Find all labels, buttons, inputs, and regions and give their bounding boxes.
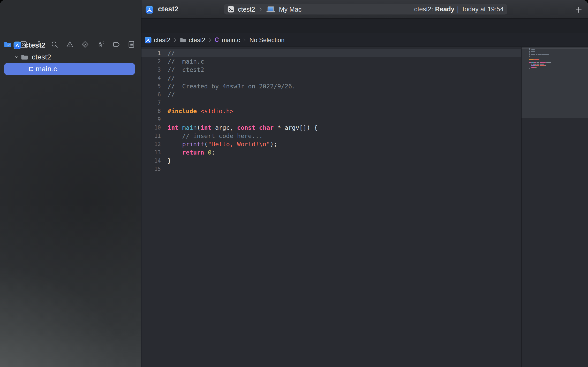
- minimap-line-mark: [529, 54, 530, 55]
- jump-bar[interactable]: ctest2ctest2Cmain.cNo Selection: [141, 33, 588, 47]
- code-line[interactable]: 3// ctest2: [141, 66, 521, 74]
- c-file-badge: C: [28, 65, 33, 73]
- line-number[interactable]: 14: [141, 157, 161, 165]
- minimap-line-mark: [529, 48, 530, 49]
- minimap-line-mark: [529, 56, 530, 57]
- code-line[interactable]: 12 printf("Hello, World!\n");: [141, 140, 521, 148]
- tree-item-label: main.c: [36, 65, 57, 73]
- line-number[interactable]: 7: [141, 99, 161, 107]
- breadcrumb-item[interactable]: Cmain.c: [215, 36, 240, 44]
- minimap-line-mark: [529, 68, 530, 69]
- breadcrumb-chevron-icon: [208, 37, 212, 43]
- code-line[interactable]: 8#include <stdio.h>: [141, 107, 521, 115]
- breadcrumb-chevron-icon: [243, 37, 246, 43]
- code-line[interactable]: 7: [141, 99, 521, 107]
- line-number[interactable]: 13: [141, 148, 161, 157]
- navigator-sidebar: ctest2ctest2Cmain.c: [0, 0, 141, 367]
- line-number[interactable]: 1: [141, 49, 161, 57]
- code-line[interactable]: 2// main.c: [141, 57, 521, 66]
- minimap-line-mark: [533, 64, 536, 65]
- breadcrumb-label: ctest2: [189, 36, 205, 44]
- tree-row-ctest2[interactable]: ctest2: [0, 39, 141, 51]
- folder-icon: [180, 37, 186, 43]
- tab-bar: C main.c: [141, 19, 588, 33]
- minimap-line-mark: [531, 67, 535, 68]
- code-line[interactable]: 6//: [141, 90, 521, 99]
- status-state: Ready: [435, 5, 454, 13]
- scheme-target-label[interactable]: ctest2: [238, 6, 255, 13]
- tree-row-main.c[interactable]: Cmain.c: [0, 63, 141, 75]
- library-add-button[interactable]: [575, 6, 583, 14]
- line-number[interactable]: 4: [141, 74, 161, 82]
- code-line[interactable]: 11 // insert code here...: [141, 132, 521, 140]
- chevron-right-icon: [259, 6, 262, 12]
- minimap-line-mark: [531, 49, 535, 50]
- code-text: // main.c: [168, 57, 204, 66]
- minimap-line-mark: [531, 54, 535, 55]
- line-number[interactable]: 10: [141, 124, 161, 132]
- app-store-icon: [145, 37, 152, 43]
- chevron-down-icon[interactable]: [6, 43, 11, 48]
- code-text: // ctest2: [168, 66, 204, 74]
- code-line[interactable]: 5// Created by 4nsw3r on 2022/9/26.: [141, 82, 521, 90]
- breadcrumb-chevron-icon: [174, 37, 177, 43]
- line-number[interactable]: 5: [141, 82, 161, 90]
- code-text: }: [168, 157, 171, 165]
- code-line[interactable]: 4//: [141, 74, 521, 82]
- breadcrumb-item[interactable]: No Selection: [249, 36, 284, 44]
- breadcrumb-item[interactable]: ctest2: [180, 36, 205, 44]
- minimap-line-mark: [545, 65, 546, 66]
- minimap-line-mark: [529, 62, 531, 63]
- tree-item-label: ctest2: [32, 53, 51, 61]
- minimap-line-mark: [536, 67, 536, 68]
- tree-item-label: ctest2: [25, 41, 46, 49]
- status-project: ctest2:: [414, 5, 433, 13]
- app-store-icon: [13, 41, 21, 49]
- minimap-line-mark: [537, 64, 539, 65]
- code-line[interactable]: 1//: [141, 49, 521, 57]
- minimap-line-mark: [531, 51, 535, 52]
- scheme-destination-label[interactable]: My Mac: [279, 6, 302, 13]
- activity-status[interactable]: ctest2: Ready | Today at 19:54: [414, 0, 504, 18]
- minimap-line-mark: [531, 64, 532, 65]
- minimap-line-mark: [531, 62, 534, 63]
- code-text: int main(int argc, const char * argv[]) …: [168, 124, 318, 132]
- code-text: //: [168, 49, 175, 57]
- code-line[interactable]: 10int main(int argc, const char * argv[]…: [141, 124, 521, 132]
- window-title: ctest2: [158, 0, 178, 18]
- minimap-visible-range: [522, 47, 588, 118]
- minimap-line-mark: [534, 62, 536, 63]
- minimap-line-mark: [547, 62, 551, 63]
- line-number[interactable]: 2: [141, 57, 161, 66]
- breadcrumb-label: ctest2: [154, 36, 170, 44]
- code-line[interactable]: 14}: [141, 157, 521, 165]
- minimap-line-mark: [538, 54, 541, 55]
- line-number[interactable]: 12: [141, 140, 161, 148]
- breadcrumb-label: main.c: [222, 36, 240, 44]
- code-text: // Created by 4nsw3r on 2022/9/26.: [168, 82, 296, 90]
- code-line[interactable]: 15: [141, 165, 521, 173]
- folder-icon: [21, 53, 28, 61]
- minimap-line-mark: [537, 62, 539, 63]
- status-separator: |: [454, 5, 461, 13]
- breadcrumb-item[interactable]: ctest2: [145, 36, 170, 44]
- line-number[interactable]: 8: [141, 107, 161, 115]
- line-number[interactable]: 3: [141, 66, 161, 74]
- line-number[interactable]: 15: [141, 165, 161, 173]
- minimap-line-mark: [535, 65, 539, 66]
- status-time: Today at 19:54: [461, 5, 504, 13]
- code-text: // insert code here...: [168, 132, 263, 140]
- app-store-icon: [146, 6, 153, 14]
- line-number[interactable]: 6: [141, 90, 161, 99]
- xcode-window: ctest2 ctest2 My Mac ctest2: Ready | Tod…: [0, 0, 588, 367]
- minimap[interactable]: [522, 47, 588, 367]
- minimap-line-mark: [540, 62, 543, 63]
- code-editor[interactable]: 1//2// main.c3// ctest24//5// Created by…: [141, 47, 588, 367]
- code-line[interactable]: 9: [141, 115, 521, 124]
- line-number[interactable]: 9: [141, 115, 161, 124]
- line-number[interactable]: 11: [141, 132, 161, 140]
- tree-row-ctest2[interactable]: ctest2: [0, 51, 141, 63]
- code-line[interactable]: 13 return 0;: [141, 148, 521, 157]
- code-text: return 0;: [168, 148, 215, 157]
- chevron-down-icon[interactable]: [14, 55, 19, 60]
